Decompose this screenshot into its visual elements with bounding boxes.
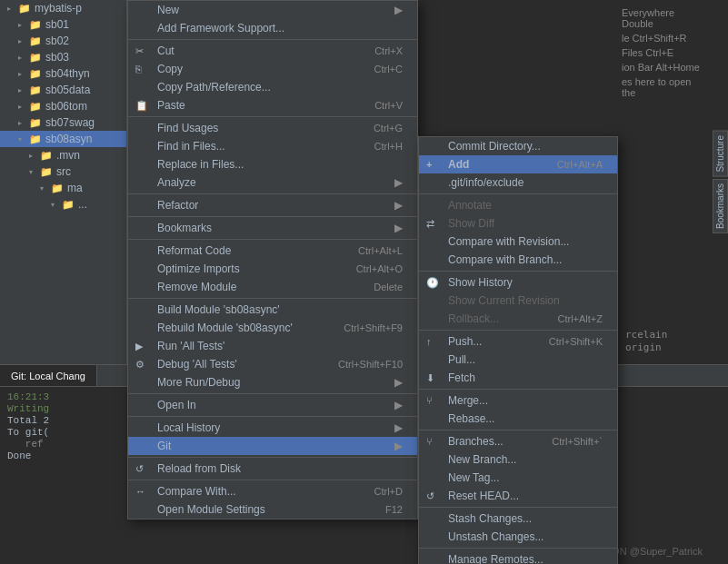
menu-reload-disk[interactable]: ↺ Reload from Disk xyxy=(128,460,417,478)
menu-compare-with[interactable]: ↔ Compare With... Ctrl+D xyxy=(128,482,417,500)
sidebar-item-mybatis[interactable]: ▸ 📁 mybatis-p xyxy=(0,0,126,16)
menu-debug-tests[interactable]: ⚙ Debug 'All Tests' Ctrl+Shift+F10 xyxy=(128,355,417,373)
git-compare-branch[interactable]: Compare with Branch... xyxy=(419,251,617,269)
menu-new[interactable]: New ▶ xyxy=(128,1,417,19)
sidebar-item-sub[interactable]: ▾ 📁 ... xyxy=(0,196,126,213)
menu-run-tests[interactable]: ▶ Run 'All Tests' xyxy=(128,337,417,355)
expand-arrow: ▸ xyxy=(7,5,15,13)
fetch-icon: ⬇ xyxy=(426,372,434,384)
menu-local-history[interactable]: Local History ▶ xyxy=(128,419,417,437)
menu-rebuild-module[interactable]: Rebuild Module 'sb08async' Ctrl+Shift+F9 xyxy=(128,319,417,337)
git-new-tag[interactable]: New Tag... xyxy=(419,469,617,487)
hint-5: es here to open the xyxy=(622,76,706,98)
context-menu-git: Commit Directory... + Add Ctrl+Alt+A .gi… xyxy=(418,136,618,564)
git-unstash[interactable]: Unstash Changes... xyxy=(419,528,617,546)
git-show-current-revision[interactable]: Show Current Revision xyxy=(419,292,617,310)
menu-remove-module[interactable]: Remove Module Delete xyxy=(128,278,417,296)
folder-icon: 📁 xyxy=(18,3,31,15)
separator-10 xyxy=(128,480,417,480)
branches-icon: ⑂ xyxy=(426,436,433,447)
git-reset-head[interactable]: ↺ Reset HEAD... xyxy=(419,487,617,505)
git-compare-revision[interactable]: Compare with Revision... xyxy=(419,233,617,251)
git-sep-4 xyxy=(419,389,617,390)
git-new-branch[interactable]: New Branch... xyxy=(419,450,617,469)
menu-reformat[interactable]: Reformat Code Ctrl+Alt+L xyxy=(128,242,417,260)
side-label-panel: Structure Bookmarks xyxy=(713,0,728,364)
sidebar-item-sb01[interactable]: ▸ 📁 sb01 xyxy=(0,16,126,33)
structure-label[interactable]: Structure xyxy=(713,131,728,177)
menu-cut[interactable]: ✂ Cut Ctrl+X xyxy=(128,42,417,60)
hint-area: Everywhere Double le Ctrl+Shift+R Files … xyxy=(618,0,710,364)
git-exclude[interactable]: .git/info/exclude xyxy=(419,173,617,192)
reset-icon: ↺ xyxy=(426,490,434,502)
menu-more-run[interactable]: More Run/Debug ▶ xyxy=(128,373,417,391)
menu-replace-in-files[interactable]: Replace in Files... xyxy=(128,155,417,173)
git-sep-7 xyxy=(419,548,617,549)
hint-2: le Ctrl+Shift+R xyxy=(622,33,706,44)
git-fetch[interactable]: ⬇ Fetch xyxy=(419,369,617,387)
sidebar-item-ma[interactable]: ▾ 📁 ma xyxy=(0,180,126,196)
git-add[interactable]: + Add Ctrl+Alt+A xyxy=(419,155,617,173)
bookmarks-label[interactable]: Bookmarks xyxy=(713,179,728,233)
git-sep-1 xyxy=(419,193,617,194)
menu-copy[interactable]: ⎘ Copy Ctrl+C xyxy=(128,60,417,78)
sidebar-item-src[interactable]: ▾ 📁 src xyxy=(0,163,126,180)
git-sep-3 xyxy=(419,330,617,331)
separator-4 xyxy=(128,216,417,217)
clock-icon: 🕐 xyxy=(426,277,439,289)
git-manage-remotes[interactable]: Manage Remotes... xyxy=(419,550,617,564)
context-menu-left: New ▶ Add Framework Support... ✂ Cut Ctr… xyxy=(127,0,418,519)
menu-add-framework[interactable]: Add Framework Support... xyxy=(128,19,417,37)
sidebar-item-sb08[interactable]: ▾ 📁 sb08asyn xyxy=(0,131,126,147)
menu-find-usages[interactable]: Find Usages Ctrl+G xyxy=(128,119,417,137)
hint-4: ion Bar Alt+Home xyxy=(622,62,706,73)
separator-6 xyxy=(128,298,417,299)
menu-paste[interactable]: 📋 Paste Ctrl+V xyxy=(128,96,417,114)
hint-3: Files Ctrl+E xyxy=(622,47,706,58)
sidebar-item-sb02[interactable]: ▸ 📁 sb02 xyxy=(0,33,126,49)
menu-refactor[interactable]: Refactor ▶ xyxy=(128,196,417,214)
merge-icon: ⑂ xyxy=(426,395,433,406)
menu-open-in[interactable]: Open In ▶ xyxy=(128,396,417,414)
git-push[interactable]: ↑ Push... Ctrl+Shift+K xyxy=(419,332,617,351)
separator-1 xyxy=(128,39,417,40)
git-show-diff[interactable]: ⇄ Show Diff xyxy=(419,214,617,233)
cut-icon: ✂ xyxy=(135,45,144,57)
git-pull[interactable]: Pull... xyxy=(419,351,617,369)
git-merge[interactable]: ⑂ Merge... xyxy=(419,391,617,410)
menu-git[interactable]: Git ▶ xyxy=(128,437,417,455)
copy-icon: ⎘ xyxy=(135,64,142,74)
git-rollback[interactable]: Rollback... Ctrl+Alt+Z xyxy=(419,310,617,328)
run-icon: ▶ xyxy=(135,341,143,352)
hint-1: Everywhere Double xyxy=(622,7,706,29)
git-sep-2 xyxy=(419,271,617,272)
menu-bookmarks[interactable]: Bookmarks ▶ xyxy=(128,219,417,237)
sidebar-item-sb03[interactable]: ▸ 📁 sb03 xyxy=(0,49,126,65)
menu-find-in-files[interactable]: Find in Files... Ctrl+H xyxy=(128,137,417,155)
separator-9 xyxy=(128,457,417,458)
menu-open-module-settings[interactable]: Open Module Settings F12 xyxy=(128,500,417,519)
compare-icon: ↔ xyxy=(135,486,145,497)
push-icon: ↑ xyxy=(426,336,432,347)
sidebar-item-sb04[interactable]: ▸ 📁 sb04thyn xyxy=(0,65,126,82)
plus-icon: + xyxy=(426,159,432,170)
git-commit-directory[interactable]: Commit Directory... xyxy=(419,137,617,155)
menu-optimize-imports[interactable]: Optimize Imports Ctrl+Alt+O xyxy=(128,260,417,278)
menu-build-module[interactable]: Build Module 'sb08async' xyxy=(128,301,417,319)
reload-icon: ↺ xyxy=(135,463,144,475)
git-rebase[interactable]: Rebase... xyxy=(419,410,617,428)
git-sep-6 xyxy=(419,507,617,508)
menu-analyze[interactable]: Analyze ▶ xyxy=(128,173,417,192)
tab-git-local-changes[interactable]: Git: Local Chang xyxy=(0,365,97,386)
git-show-history[interactable]: 🕐 Show History xyxy=(419,273,617,292)
git-stash[interactable]: Stash Changes... xyxy=(419,510,617,528)
porcelain-line: rcelain origin xyxy=(618,324,710,357)
sidebar-item-mvn[interactable]: ▸ 📁 .mvn xyxy=(0,147,126,163)
git-annotate[interactable]: Annotate xyxy=(419,196,617,214)
git-sep-5 xyxy=(419,430,617,430)
menu-copy-path[interactable]: Copy Path/Reference... xyxy=(128,78,417,96)
sidebar-item-sb07[interactable]: ▸ 📁 sb07swag xyxy=(0,114,126,131)
git-branches[interactable]: ⑂ Branches... Ctrl+Shift+` xyxy=(419,432,617,450)
sidebar-item-sb05[interactable]: ▸ 📁 sb05data xyxy=(0,82,126,98)
sidebar-item-sb06[interactable]: ▸ 📁 sb06tom xyxy=(0,98,126,114)
